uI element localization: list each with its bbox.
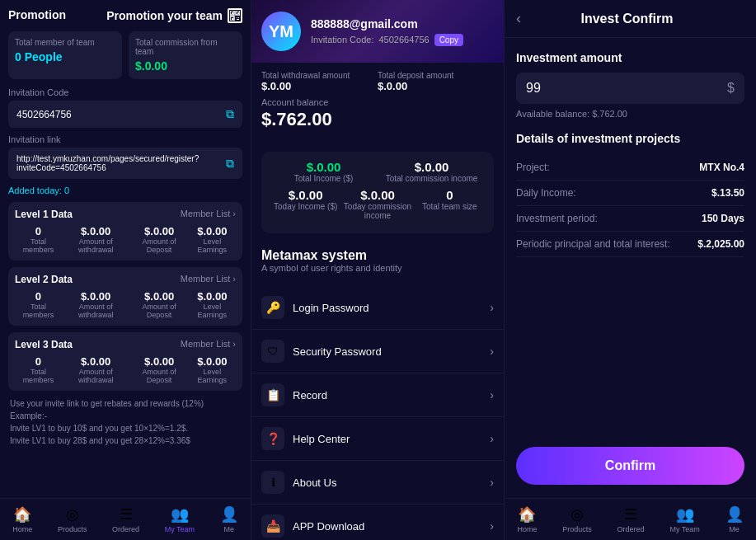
security-password-icon: 🛡 [261, 340, 284, 363]
products-icon-p3: ◎ [571, 505, 584, 524]
account-balance-value: $.762.00 [261, 109, 494, 130]
income2-label: Total commission income [378, 174, 486, 183]
level2-stats: 0 Total members $.0.00 Amount of withdra… [15, 290, 236, 319]
amount-input[interactable] [526, 81, 693, 96]
nav-myteam-p1[interactable]: 👥 My Team [165, 505, 195, 533]
nav-ordered-label-p1: Ordered [112, 525, 139, 533]
myteam-icon-p1: 👥 [171, 505, 189, 524]
project-row: Project: MTX No.4 [516, 155, 744, 181]
menu-item-left-5: ℹ About Us [261, 471, 336, 494]
menu-item-left-1: 🔑 Login Password [261, 296, 369, 319]
investment-period-row: Investment period: 150 Days [516, 206, 744, 232]
level1-member-list[interactable]: Member List › [181, 209, 236, 220]
nav-me-p1[interactable]: 👤 Me [220, 505, 238, 533]
income-row2: $.0.00 Today Income ($) $.0.00 Today com… [270, 188, 486, 220]
deposit-balance-label: Total deposit amount [378, 71, 494, 80]
menu-item-help-center[interactable]: ❓ Help Center › [251, 417, 504, 461]
level3-deposit: $.0.00 Amount of Deposit [130, 355, 189, 384]
invitation-link-section: Invitation link http://test.ymkuzhan.com… [8, 134, 242, 179]
copy-code-icon[interactable]: ⧉ [226, 107, 234, 121]
nav-home-p1[interactable]: 🏠 Home [12, 505, 32, 533]
menu-item-record[interactable]: 📋 Record › [251, 373, 504, 417]
income5-value: 0 [414, 188, 486, 202]
nav-ordered-p1[interactable]: ☰ Ordered [112, 505, 139, 533]
amount-input-box[interactable]: $ [516, 73, 744, 104]
level1-stats: 0 Total members $.0.00 Amount of withdra… [15, 225, 236, 254]
level2-member-list[interactable]: Member List › [181, 274, 236, 285]
menu-text-security-password: Security Password [293, 345, 382, 358]
chevron-icon-3: › [490, 388, 494, 401]
qr-icon[interactable] [228, 8, 242, 23]
income-item-5: 0 Total team size [414, 188, 486, 220]
menu-item-left-6: 📥 APP Download [261, 514, 364, 538]
daily-income-row: Daily Income: $.13.50 [516, 181, 744, 206]
nav-products-p1[interactable]: ◎ Products [58, 505, 87, 533]
daily-income-label: Daily Income: [516, 187, 576, 199]
me-icon-p3: 👤 [725, 505, 744, 524]
level3-header: Level 3 Data Member List › [15, 339, 236, 350]
level3-stats: 0 Total members $.0.00 Amount of withdra… [15, 355, 236, 384]
account-header: YM 888888@gmail.com Invitation Code: 450… [251, 0, 504, 63]
invitation-code-box: 4502664756 ⧉ [8, 101, 242, 128]
menu-list: 🔑 Login Password › 🛡 Security Password ›… [251, 286, 504, 540]
total-commission-label: Total commission from team [135, 38, 236, 56]
metamax-section: Metamax system A symbol of user rights a… [251, 240, 504, 286]
me-icon-p1: 👤 [220, 505, 238, 524]
chevron-icon-6: › [490, 519, 494, 533]
income-item-2: $.0.00 Total commission income [378, 160, 486, 183]
copy-invite-btn[interactable]: Copy [434, 34, 463, 46]
nav-ordered-label-p3: Ordered [617, 525, 645, 533]
promo-title: Promotion [8, 8, 66, 21]
total-member-box: Total member of team 0 People [8, 31, 122, 79]
svg-rect-6 [237, 17, 237, 18]
nav-ordered-p3[interactable]: ☰ Ordered [617, 505, 645, 533]
income1-value: $.0.00 [270, 160, 378, 174]
invitation-code-value: 4502664756 [16, 109, 72, 120]
menu-item-security-password[interactable]: 🛡 Security Password › [251, 330, 504, 373]
nav-home-p3[interactable]: 🏠 Home [517, 505, 537, 533]
invite-text: Use your invite link to get rebates and … [8, 397, 242, 447]
income2-value: $.0.00 [378, 160, 486, 174]
level1-title: Level 1 Data [15, 209, 73, 220]
daily-income-value: $.13.50 [711, 187, 744, 199]
withdrawal-balance-label: Total withdrawal amount [261, 71, 378, 80]
svg-rect-8 [237, 19, 239, 20]
level1-card: Level 1 Data Member List › 0 Total membe… [8, 202, 242, 261]
investment-amount-label: Investment amount [516, 51, 744, 64]
confirm-button[interactable]: Confirm [516, 447, 744, 485]
app-download-icon: 📥 [261, 514, 284, 538]
svg-rect-4 [237, 12, 239, 14]
level1-total-members: 0 Total members [15, 225, 62, 254]
dollar-sign: $ [727, 81, 735, 96]
added-today: Added today: 0 [8, 185, 242, 195]
income-item-4: $.0.00 Today commission income [341, 188, 413, 220]
nav-products-p3[interactable]: ◎ Products [562, 505, 592, 533]
promo-team-title: Promotion your team [106, 9, 223, 22]
project-label: Project: [516, 162, 550, 173]
menu-item-about-us[interactable]: ℹ About Us › [251, 461, 504, 505]
nav-myteam-label-p3: My Team [669, 525, 699, 533]
panel-invest-confirm: ‹ Invest Confirm Investment amount $ Ava… [505, 0, 756, 540]
menu-item-left-4: ❓ Help Center [261, 427, 350, 450]
copy-link-icon[interactable]: ⧉ [226, 157, 234, 171]
back-button[interactable]: ‹ [516, 10, 521, 27]
level2-earnings: $.0.00 Level Earnings [189, 290, 236, 319]
level3-earnings: $.0.00 Level Earnings [189, 355, 236, 384]
nav-me-label-p1: Me [223, 525, 234, 533]
svg-rect-5 [232, 18, 233, 20]
promo-stats-row: Total member of team 0 People Total comm… [8, 31, 242, 79]
nav-myteam-p3[interactable]: 👥 My Team [669, 505, 699, 533]
login-password-icon: 🔑 [261, 296, 284, 319]
level1-header: Level 1 Data Member List › [15, 209, 236, 220]
menu-text-app-download: APP Download [293, 520, 364, 533]
details-title: Details of investment projects [516, 132, 744, 145]
income-item-1: $.0.00 Total Income ($) [270, 160, 378, 183]
level3-withdrawal: $.0.00 Amount of withdrawal [62, 355, 130, 384]
income4-label: Today commission income [341, 202, 413, 220]
level3-member-list[interactable]: Member List › [181, 339, 236, 350]
level2-card: Level 2 Data Member List › 0 Total membe… [8, 267, 242, 326]
level1-deposit: $.0.00 Amount of Deposit [130, 225, 189, 254]
menu-item-app-download[interactable]: 📥 APP Download › [251, 505, 504, 540]
nav-me-p3[interactable]: 👤 Me [725, 505, 744, 533]
menu-item-login-password[interactable]: 🔑 Login Password › [251, 286, 504, 330]
